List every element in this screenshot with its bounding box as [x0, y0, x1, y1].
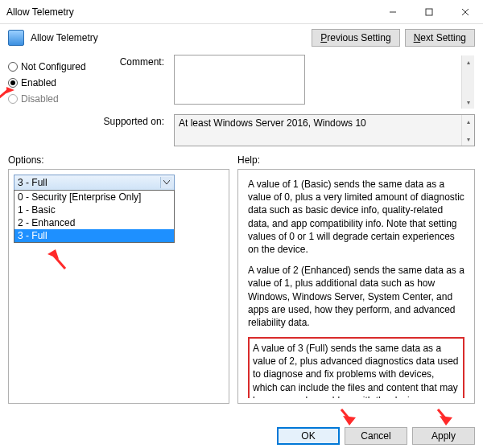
minimize-button[interactable] [374, 0, 411, 24]
apply-button[interactable]: Apply [412, 427, 475, 445]
help-label: Help: [237, 154, 475, 166]
policy-header: Allow Telemetry Previous Setting Next Se… [0, 24, 483, 55]
radio-icon [8, 62, 18, 72]
window-title: Allow Telemetry [6, 6, 374, 18]
scroll-up-icon: ▴ [462, 115, 474, 128]
svg-line-11 [438, 409, 446, 419]
previous-setting-button[interactable]: Previous Setting [312, 29, 399, 47]
state-radio-group: Not Configured Enabled Disabled [8, 55, 97, 109]
options-label: Options: [8, 154, 229, 166]
maximize-button[interactable] [411, 0, 447, 24]
comment-textarea[interactable] [174, 55, 305, 105]
scrollbar[interactable]: ▴ ▾ [461, 55, 474, 109]
dropdown-option[interactable]: 0 - Security [Enterprise Only] [14, 191, 174, 203]
help-panel: A value of 1 (Basic) sends the same data… [237, 169, 475, 404]
radio-label: Enabled [21, 77, 56, 88]
scroll-up-icon[interactable]: ▴ [462, 55, 474, 68]
lower-panels: Options: 3 - Full 0 - Security [Enterpri… [0, 154, 483, 404]
next-setting-button[interactable]: Next Setting [405, 29, 475, 47]
telemetry-level-dropdown[interactable]: 0 - Security [Enterprise Only] 1 - Basic… [14, 190, 175, 243]
radio-label: Not Configured [21, 61, 86, 72]
svg-rect-1 [426, 9, 432, 15]
policy-icon [8, 30, 24, 46]
supported-on-value: At least Windows Server 2016, Windows 10 [174, 114, 475, 146]
svg-line-9 [341, 409, 349, 419]
supported-on-label: Supported on: [103, 114, 167, 127]
radio-not-configured[interactable]: Not Configured [8, 61, 97, 72]
scroll-down-icon: ▾ [462, 133, 474, 146]
cancel-button[interactable]: Cancel [345, 427, 407, 445]
help-text: A value of 1 (Basic) sends the same data… [243, 175, 469, 398]
comment-label: Comment: [103, 55, 167, 109]
help-paragraph: A value of 2 (Enhanced) sends the same d… [248, 264, 464, 329]
form-area: Not Configured Enabled Disabled Comment:… [0, 55, 483, 154]
radio-enabled[interactable]: Enabled [8, 77, 97, 88]
ok-button[interactable]: OK [277, 427, 340, 445]
scroll-down-icon[interactable]: ▾ [462, 96, 474, 109]
radio-disabled[interactable]: Disabled [8, 93, 97, 105]
title-bar: Allow Telemetry [0, 0, 483, 24]
help-paragraph-highlighted: A value of 3 (Full) sends the same data … [248, 337, 464, 398]
svg-marker-10 [440, 416, 452, 425]
telemetry-level-combo[interactable]: 3 - Full [14, 175, 175, 191]
radio-icon [8, 78, 18, 88]
dropdown-option[interactable]: 2 - Enhanced [14, 216, 174, 229]
radio-icon [8, 94, 18, 104]
dialog-buttons: OK Cancel Apply [277, 427, 475, 445]
chevron-down-icon [160, 177, 172, 188]
combo-value: 3 - Full [18, 177, 47, 188]
dropdown-option-selected[interactable]: 3 - Full [14, 229, 174, 242]
svg-marker-8 [343, 416, 356, 425]
close-button[interactable] [447, 0, 483, 24]
policy-name: Allow Telemetry [31, 32, 98, 43]
options-panel: 3 - Full 0 - Security [Enterprise Only] … [8, 169, 229, 404]
radio-label: Disabled [21, 93, 59, 105]
scrollbar: ▴ ▾ [461, 115, 474, 146]
help-paragraph: A value of 1 (Basic) sends the same data… [248, 178, 464, 256]
dropdown-option[interactable]: 1 - Basic [14, 203, 174, 216]
